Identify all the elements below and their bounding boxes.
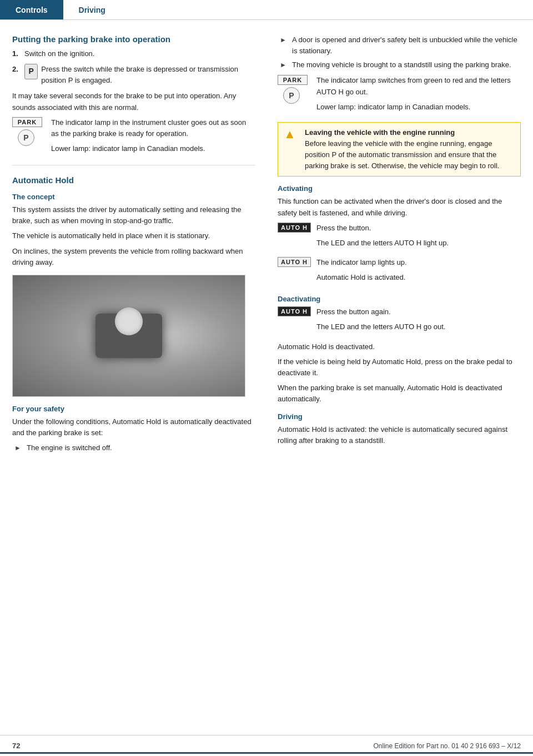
subsection-safety: For your safety <box>12 405 255 413</box>
deact-p3: When the parking brake is set manually, … <box>278 382 521 405</box>
autoh-activated: Automatic Hold is activated. <box>316 272 407 283</box>
main-content: Putting the parking brake into operation… <box>0 20 533 491</box>
header: Controls Driving <box>0 0 533 20</box>
deact-badge: AUTO H <box>278 306 311 316</box>
footer: 72 Online Edition for Part no. 01 40 2 9… <box>0 735 533 756</box>
step-2-text: Press the switch while the brake is depr… <box>41 64 255 86</box>
section-title-auto-hold: Automatic Hold <box>12 175 255 185</box>
warning-box: ▲ Leaving the vehicle with the engine ru… <box>278 122 521 177</box>
concept-p3: On inclines, the system prevents the veh… <box>12 246 255 268</box>
step-1: 1. Switch on the ignition. <box>12 48 255 59</box>
deact-p2: If the vehicle is being held by Automati… <box>278 356 521 379</box>
deact-note: Automatic Hold is deactivated. <box>278 341 521 352</box>
right-arrow-1: ► <box>280 35 290 46</box>
divider-1 <box>12 165 255 165</box>
tab-controls-label: Controls <box>16 6 48 14</box>
circle-p-badge: P <box>18 129 34 146</box>
right-circle-p-badge: P <box>283 87 300 104</box>
driving-p: Automatic Hold is activated: the vehicle… <box>278 424 521 446</box>
concept-p2: The vehicle is automatically held in pla… <box>12 230 255 241</box>
section-deactivating: Deactivating <box>278 295 521 303</box>
safety-intro: Under the following conditions, Automati… <box>12 416 255 439</box>
right-indicator-text-block: The indicator lamp switches from green t… <box>316 75 521 116</box>
indicator-icons: PARK P <box>12 117 46 146</box>
right-indicator-row: PARK P The indicator lamp switches from … <box>278 75 521 116</box>
indicator-row-1: PARK P The indicator lamp in the instrum… <box>12 117 255 158</box>
autoh-badge-press: AUTO H <box>278 223 311 233</box>
switch-icon: P <box>24 64 38 79</box>
indicator-text-1: The indicator lamp in the instrument clu… <box>51 117 255 139</box>
subsection-concept: The concept <box>12 193 255 201</box>
step-note: It may take several seconds for the brak… <box>12 90 255 113</box>
deact-text-block: Press the button again. The LED and the … <box>316 306 445 336</box>
activating-intro: This function can be activated when the … <box>278 196 521 218</box>
warning-body: Before leaving the vehicle with the engi… <box>305 139 499 170</box>
warning-text: Leaving the vehicle with the engine runn… <box>305 127 515 172</box>
right-bullet-2: ► The moving vehicle is brought to a sta… <box>278 59 521 70</box>
right-bullet-list: ► A door is opened and driver's safety b… <box>278 34 521 70</box>
safety-bullet-list: ► The engine is switched off. <box>12 442 255 453</box>
safety-bullet-1: ► The engine is switched off. <box>12 442 255 453</box>
deact-row: AUTO H Press the button again. The LED a… <box>278 306 521 336</box>
console-photo <box>12 275 245 397</box>
online-edition-text: Online Edition for Part no. 01 40 2 916 … <box>373 742 521 750</box>
right-park-badge: PARK <box>278 75 308 85</box>
left-column: Putting the parking brake into operation… <box>12 31 266 458</box>
concept-p1: This system assists the driver by automa… <box>12 204 255 226</box>
right-column: ► A door is opened and driver's safety b… <box>266 31 521 458</box>
right-arrow-2: ► <box>280 60 290 70</box>
right-indicator-icons: PARK P <box>278 75 311 104</box>
autoh-press-text-block: Press the button. The LED and the letter… <box>316 223 449 253</box>
warning-icon: ▲ <box>284 127 299 142</box>
deact-press: Press the button again. <box>316 306 445 317</box>
indicator-text-2: Lower lamp: indicator lamp in Canadian m… <box>51 143 255 154</box>
footer-line <box>0 752 533 754</box>
tab-controls[interactable]: Controls <box>0 0 63 19</box>
right-indicator-text-1: The indicator lamp switches from green t… <box>316 75 521 97</box>
page-number: 72 <box>12 742 20 750</box>
bullet-arrow-1: ► <box>14 443 24 453</box>
autoh-led-text: The LED and the letters AUTO H light up. <box>316 238 449 249</box>
step-2-num: 2. <box>12 64 24 75</box>
autoh-lamp-text-block: The indicator lamp lights up. Automatic … <box>316 257 407 287</box>
park-badge: PARK <box>12 117 42 127</box>
indicator-text-block: The indicator lamp in the instrument clu… <box>51 117 255 158</box>
autoh-press-text: Press the button. <box>316 223 449 234</box>
step-1-text: Switch on the ignition. <box>24 48 94 59</box>
console-photo-inner <box>13 275 245 396</box>
autoh-lamp-lights: The indicator lamp lights up. <box>316 257 407 268</box>
step-1-num: 1. <box>12 48 24 59</box>
autoh-lamp-row: AUTO H The indicator lamp lights up. Aut… <box>278 257 521 287</box>
autoh-badge-lamp: AUTO H <box>278 257 311 267</box>
right-bullet-1: ► A door is opened and driver's safety b… <box>278 34 521 57</box>
tab-driving-label: Driving <box>79 6 105 14</box>
autoh-press-row: AUTO H Press the button. The LED and the… <box>278 223 521 253</box>
step-list: 1. Switch on the ignition. 2. P Press th… <box>12 48 255 86</box>
right-indicator-text-2: Lower lamp: indicator lamp in Canadian m… <box>316 102 521 113</box>
section-driving: Driving <box>278 412 521 421</box>
step-2: 2. P Press the switch while the brake is… <box>12 64 255 86</box>
section-activating: Activating <box>278 184 521 193</box>
section-title-parking-brake: Putting the parking brake into operation <box>12 34 255 44</box>
deact-led: The LED and the letters AUTO H go out. <box>316 321 445 332</box>
warning-title: Leaving the vehicle with the engine runn… <box>305 128 455 137</box>
tab-driving[interactable]: Driving <box>63 0 121 19</box>
